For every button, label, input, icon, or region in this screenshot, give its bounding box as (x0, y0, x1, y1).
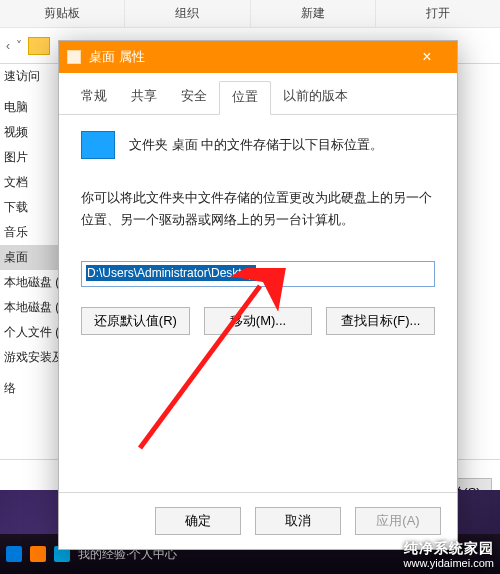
ok-button[interactable]: 确定 (155, 507, 241, 535)
tab-general[interactable]: 常规 (69, 81, 119, 114)
nav-item-quickaccess[interactable]: 速访问 (0, 64, 60, 89)
nav-item-documents[interactable]: 文档 (0, 170, 60, 195)
nav-item-drive-e[interactable]: 个人文件 (E:) (0, 320, 60, 345)
ribbon-group-clipboard: 剪贴板 (0, 0, 125, 27)
location-heading-text: 文件夹 桌面 中的文件存储于以下目标位置。 (129, 136, 383, 154)
explorer-ribbon-groups: 剪贴板 组织 新建 打开 (0, 0, 500, 28)
folder-large-icon (81, 131, 115, 159)
nav-back-icon[interactable]: ‹ (6, 39, 10, 53)
nav-item-videos[interactable]: 视频 (0, 120, 60, 145)
move-button[interactable]: 移动(M)... (204, 307, 313, 335)
tab-location[interactable]: 位置 (219, 81, 271, 115)
apply-button[interactable]: 应用(A) (355, 507, 441, 535)
path-input-value: D:\Users\Administrator\Desktop (86, 265, 256, 281)
nav-item-games[interactable]: 游戏安装及大 (0, 345, 60, 370)
folder-icon (67, 50, 81, 64)
cancel-button[interactable]: 取消 (255, 507, 341, 535)
folder-icon (28, 37, 50, 55)
restore-default-button[interactable]: 还原默认值(R) (81, 307, 190, 335)
nav-item-thispc[interactable]: 电脑 (0, 95, 60, 120)
tab-sharing[interactable]: 共享 (119, 81, 169, 114)
watermark-text-cn: 纯净系统家园 (404, 540, 494, 557)
tab-previous-versions[interactable]: 以前的版本 (271, 81, 360, 114)
nav-item-drive-d[interactable]: 本地磁盘 (D:) (0, 295, 60, 320)
dialog-body: 文件夹 桌面 中的文件存储于以下目标位置。 你可以将此文件夹中文件存储的位置更改… (59, 115, 457, 335)
watermark: 纯净系统家园 www.yidaimei.com (404, 540, 494, 570)
nav-item-desktop[interactable]: 桌面 (0, 245, 60, 270)
nav-dropdown-icon[interactable]: ˅ (16, 39, 22, 53)
taskbar-app-icon[interactable] (6, 546, 22, 562)
find-target-button[interactable]: 查找目标(F)... (326, 307, 435, 335)
dialog-titlebar[interactable]: 桌面 属性 × (59, 41, 457, 73)
nav-item-drive-c[interactable]: 本地磁盘 (C:) (0, 270, 60, 295)
ribbon-group-open: 打开 (376, 0, 500, 27)
ribbon-group-organize: 组织 (125, 0, 250, 27)
dialog-tabs: 常规 共享 安全 位置 以前的版本 (59, 73, 457, 115)
watermark-text-en: www.yidaimei.com (404, 557, 494, 570)
close-icon[interactable]: × (405, 41, 449, 73)
dialog-footer: 确定 取消 应用(A) (59, 492, 457, 549)
taskbar-app-icon[interactable] (30, 546, 46, 562)
location-description-text: 你可以将此文件夹中文件存储的位置更改为此硬盘上的另一个位置、另一个驱动器或网络上… (81, 187, 435, 231)
path-input[interactable]: D:\Users\Administrator\Desktop (81, 261, 435, 287)
nav-item-network[interactable]: 络 (0, 376, 60, 401)
nav-item-downloads[interactable]: 下载 (0, 195, 60, 220)
nav-item-music[interactable]: 音乐 (0, 220, 60, 245)
properties-dialog: 桌面 属性 × 常规 共享 安全 位置 以前的版本 文件夹 桌面 中的文件存储于… (58, 40, 458, 550)
tab-security[interactable]: 安全 (169, 81, 219, 114)
ribbon-group-new: 新建 (251, 0, 376, 27)
nav-item-pictures[interactable]: 图片 (0, 145, 60, 170)
dialog-title-text: 桌面 属性 (89, 48, 145, 66)
